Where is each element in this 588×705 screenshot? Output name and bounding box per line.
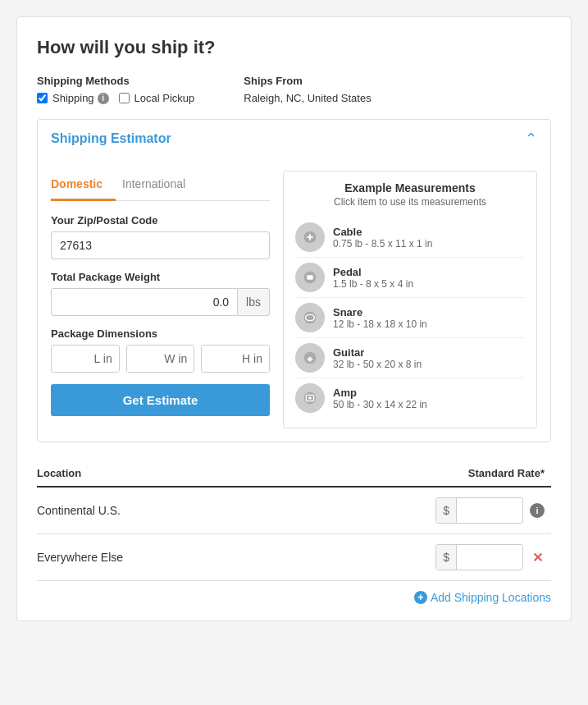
- guitar-dims: 32 lb - 50 x 20 x 8 in: [333, 359, 422, 370]
- rate-input-wrap-continental: $: [435, 497, 523, 524]
- cable-icon: [295, 222, 325, 252]
- measurements-title: Example Measurements: [295, 181, 525, 195]
- chevron-up-icon: ⌃: [525, 130, 537, 148]
- weight-label: Total Package Weight: [51, 271, 270, 283]
- tab-international[interactable]: International: [122, 171, 198, 201]
- rate-input-everywhere[interactable]: [457, 545, 522, 570]
- ships-from-section: Ships From Raleigh, NC, United States: [244, 75, 371, 104]
- rate-input-continental[interactable]: [457, 498, 522, 523]
- delete-action-icon[interactable]: ✕: [530, 550, 545, 565]
- methods-row: Shipping i Local Pickup: [37, 92, 194, 104]
- weight-row: lbs: [51, 288, 270, 316]
- weight-unit: lbs: [238, 288, 270, 316]
- rate-input-wrap-everywhere: $: [435, 544, 523, 570]
- shipping-method-item[interactable]: Shipping i: [37, 92, 109, 104]
- cable-name: Cable: [333, 226, 432, 238]
- measurement-item-amp[interactable]: Amp 50 lb - 30 x 14 x 22 in: [295, 378, 525, 418]
- measurements-panel: Example Measurements Click item to use i…: [283, 171, 537, 428]
- height-unit: H in: [240, 346, 269, 372]
- amp-icon: [295, 383, 325, 413]
- info-action-icon[interactable]: i: [530, 503, 545, 518]
- shipping-methods-row: Shipping Methods Shipping i Local Pickup…: [37, 75, 551, 104]
- page-title: How will you ship it?: [37, 37, 551, 58]
- pedal-dims: 1.5 lb - 8 x 5 x 4 in: [333, 278, 413, 290]
- measurement-item-guitar[interactable]: Guitar 32 lb - 50 x 20 x 8 in: [295, 338, 525, 378]
- zip-label: Your Zip/Postal Code: [51, 214, 270, 227]
- add-location-row: + Add Shipping Locations: [37, 581, 551, 604]
- guitar-name: Guitar: [333, 346, 422, 359]
- amp-info: Amp 50 lb - 30 x 14 x 22 in: [333, 387, 427, 410]
- ships-from-value: Raleigh, NC, United States: [244, 92, 371, 104]
- estimator-body: Domestic International Your Zip/Postal C…: [38, 158, 550, 442]
- location-cell-everywhere: Everywhere Else: [37, 534, 266, 581]
- svg-point-6: [308, 359, 312, 362]
- local-pickup-item[interactable]: Local Pickup: [119, 92, 195, 104]
- width-wrap: W in: [126, 345, 195, 373]
- pedal-name: Pedal: [333, 266, 413, 278]
- length-input[interactable]: [52, 346, 93, 372]
- estimator-title: Shipping Estimator: [51, 131, 171, 146]
- local-pickup-label: Local Pickup: [134, 92, 195, 104]
- snare-info: Snare 12 lb - 18 x 18 x 10 in: [333, 306, 427, 330]
- shipping-card: How will you ship it? Shipping Methods S…: [16, 16, 572, 621]
- length-wrap: L in: [51, 345, 120, 373]
- width-unit: W in: [162, 346, 194, 372]
- svg-point-9: [308, 396, 312, 400]
- measurements-subtitle: Click item to use its measurements: [295, 196, 525, 208]
- svg-rect-2: [307, 275, 312, 280]
- guitar-icon: [295, 343, 325, 373]
- shipping-methods-section: Shipping Methods Shipping i Local Pickup: [37, 75, 194, 104]
- guitar-info: Guitar 32 lb - 50 x 20 x 8 in: [333, 346, 422, 370]
- shipping-info-icon[interactable]: i: [98, 93, 109, 104]
- pedal-info: Pedal 1.5 lb - 8 x 5 x 4 in: [333, 266, 413, 290]
- snare-name: Snare: [333, 306, 427, 318]
- shipping-checkbox[interactable]: [37, 93, 48, 103]
- dimensions-label: Package Dimensions: [51, 327, 270, 340]
- get-estimate-button[interactable]: Get Estimate: [51, 384, 270, 416]
- local-pickup-checkbox[interactable]: [119, 93, 130, 103]
- cable-dims: 0.75 lb - 8.5 x 11 x 1 in: [333, 238, 432, 249]
- rate-cell-everywhere: $ ✕: [266, 534, 551, 581]
- dollar-sign-continental: $: [436, 498, 457, 523]
- table-row: Continental U.S. $ i: [37, 487, 551, 534]
- shipping-label: Shipping: [52, 92, 94, 104]
- measurement-item-pedal[interactable]: Pedal 1.5 lb - 8 x 5 x 4 in: [295, 258, 525, 298]
- length-unit: L in: [93, 346, 119, 372]
- location-cell-continental: Continental U.S.: [37, 487, 266, 534]
- measurement-item-snare[interactable]: Snare 12 lb - 18 x 18 x 10 in: [295, 298, 525, 338]
- snare-dims: 12 lb - 18 x 18 x 10 in: [333, 318, 427, 330]
- table-row: Everywhere Else $ ✕: [37, 534, 551, 581]
- estimator-header[interactable]: Shipping Estimator ⌃: [38, 120, 550, 158]
- weight-input[interactable]: [51, 288, 238, 316]
- cable-info: Cable 0.75 lb - 8.5 x 11 x 1 in: [333, 226, 432, 249]
- tabs-row: Domestic International: [51, 171, 270, 201]
- add-location-link[interactable]: + Add Shipping Locations: [414, 591, 551, 604]
- measurement-item-cable[interactable]: Cable 0.75 lb - 8.5 x 11 x 1 in: [295, 217, 525, 258]
- rate-cell-continental: $ i: [266, 487, 551, 534]
- col-rate: Standard Rate*: [266, 462, 551, 487]
- tabs-panel: Domestic International Your Zip/Postal C…: [51, 171, 270, 428]
- ships-from-label: Ships From: [244, 75, 371, 87]
- zip-input[interactable]: [51, 231, 270, 259]
- shipping-table: Location Standard Rate* Continental U.S.…: [37, 462, 551, 581]
- shipping-estimator-box: Shipping Estimator ⌃ Domestic Internatio…: [37, 119, 551, 442]
- col-location: Location: [37, 462, 266, 487]
- shipping-methods-label: Shipping Methods: [37, 75, 194, 87]
- dollar-sign-everywhere: $: [436, 545, 457, 570]
- height-wrap: H in: [201, 345, 270, 373]
- plus-circle-icon: +: [414, 591, 427, 604]
- snare-icon: [295, 303, 325, 332]
- delete-x-icon: ✕: [532, 550, 543, 565]
- pedal-icon: [295, 263, 325, 292]
- height-input[interactable]: [202, 346, 240, 372]
- amp-dims: 50 lb - 30 x 14 x 22 in: [333, 399, 427, 410]
- dimensions-row: L in W in H in: [51, 345, 270, 373]
- amp-name: Amp: [333, 387, 427, 399]
- width-input[interactable]: [127, 346, 163, 372]
- info-circle-icon: i: [530, 503, 545, 518]
- add-location-label: Add Shipping Locations: [431, 591, 551, 604]
- tab-domestic[interactable]: Domestic: [51, 171, 116, 201]
